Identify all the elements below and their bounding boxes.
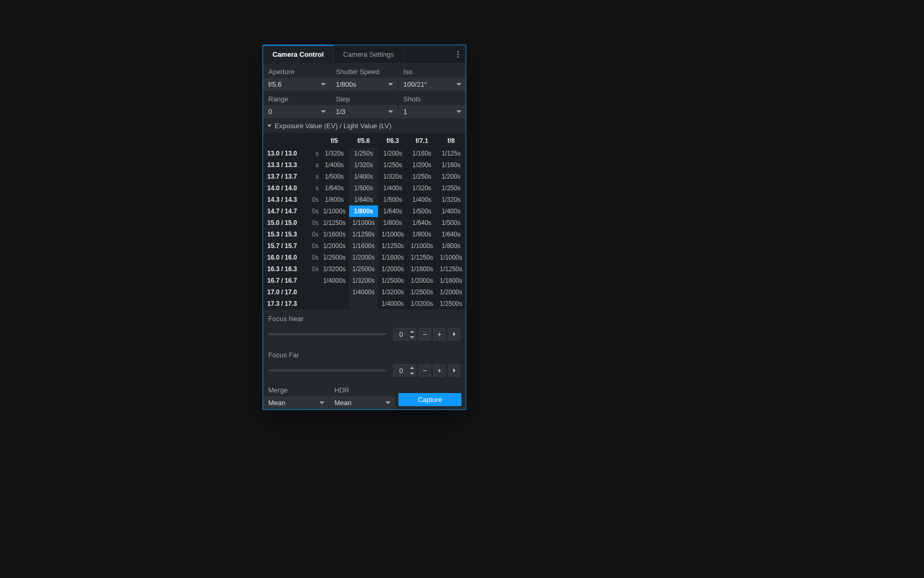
focus-far-minus-button[interactable]: − (418, 364, 431, 377)
ev-cell[interactable]: 1/320s (320, 148, 349, 159)
tab-camera-settings[interactable]: Camera Settings (334, 45, 404, 63)
ev-cell[interactable]: 1/400s (320, 159, 349, 171)
panel-menu-button[interactable] (450, 45, 466, 63)
focus-near-stepper[interactable]: 0 (393, 328, 416, 340)
ev-cell[interactable]: 1/640s (436, 229, 466, 240)
ev-cell[interactable]: 1/1600s (378, 252, 407, 263)
iso-select[interactable]: 100/21° (398, 78, 466, 91)
row-header: 13.3 / 13.3 (263, 159, 307, 171)
focus-far-stepper[interactable]: 0 (393, 364, 416, 377)
ev-cell[interactable]: 1/320s (349, 159, 379, 171)
shots-select[interactable]: 1 (398, 105, 466, 118)
ev-cell[interactable]: 1/2000s (349, 252, 379, 263)
ev-cell[interactable]: 1/3200s (378, 286, 407, 298)
ev-cell[interactable]: 1/800s (436, 240, 466, 252)
ev-cell[interactable]: 1/640s (407, 217, 437, 229)
focus-near-play-button[interactable] (448, 328, 460, 340)
ev-cell[interactable] (320, 298, 349, 309)
focus-far-play-button[interactable] (448, 364, 460, 377)
focus-near-plus-button[interactable]: + (433, 328, 446, 340)
ev-cell[interactable]: 1/160s (436, 159, 466, 171)
ev-cell[interactable]: 1/400s (349, 171, 379, 182)
ev-cell[interactable]: 1/3200s (407, 298, 437, 309)
ev-cell[interactable]: 1/2000s (407, 275, 437, 286)
ev-cell[interactable]: 1/500s (320, 171, 349, 182)
ev-cell[interactable]: 1/320s (407, 182, 437, 194)
hdr-select[interactable]: Mean (329, 396, 395, 409)
ev-cell[interactable]: 1/2500s (378, 275, 407, 286)
ev-cell[interactable]: 1/1000s (378, 229, 407, 240)
ev-cell[interactable]: 1/250s (378, 159, 407, 171)
ev-cell[interactable]: 1/1250s (436, 263, 466, 275)
iso-label: Iso (398, 64, 466, 78)
ev-cell[interactable]: 1/250s (407, 171, 437, 182)
ev-cell[interactable]: 1/200s (407, 159, 437, 171)
step-up-icon[interactable] (408, 365, 416, 370)
row-header: 13.0 / 13.0 (263, 148, 307, 159)
focus-far-plus-button[interactable]: + (433, 364, 446, 377)
ev-cell[interactable]: 1/800s (320, 194, 349, 205)
ev-cell[interactable]: 1/3200s (349, 275, 379, 286)
ev-cell[interactable]: 1/400s (407, 194, 437, 205)
ev-cell[interactable]: 1/160s (407, 148, 437, 159)
ev-cell[interactable]: 1/4000s (378, 298, 407, 309)
ev-cell[interactable]: 1/2000s (378, 263, 407, 275)
ev-cell[interactable]: 1/400s (436, 205, 466, 217)
ev-cell[interactable]: 1/1250s (407, 252, 437, 263)
capture-button[interactable]: Capture (398, 393, 461, 406)
ev-cell[interactable]: 1/1600s (436, 275, 466, 286)
ev-cell[interactable] (349, 298, 379, 309)
ev-cell[interactable]: 1/200s (378, 148, 407, 159)
aperture-select[interactable]: f/5.6 (263, 78, 331, 91)
focus-far-slider[interactable] (268, 369, 387, 371)
focus-near-slider[interactable] (268, 333, 387, 335)
ev-cell[interactable]: 1/2500s (320, 252, 349, 263)
ev-cell[interactable]: 1/2500s (436, 298, 466, 309)
ev-lv-section-toggle[interactable]: Exposure Value (EV) / Light Value (LV) (263, 118, 466, 133)
ev-cell[interactable]: 1/1000s (349, 217, 379, 229)
ev-cell[interactable]: 1/1250s (349, 229, 379, 240)
ev-cell[interactable]: 1/500s (378, 194, 407, 205)
ev-cell[interactable]: 1/200s (436, 171, 466, 182)
merge-select[interactable]: Mean (263, 396, 329, 409)
ev-cell[interactable]: 1/250s (436, 182, 466, 194)
ev-cell[interactable]: 1/1000s (407, 240, 437, 252)
range-select[interactable]: 0 (263, 105, 331, 118)
ev-cell[interactable]: 1/500s (349, 182, 379, 194)
ev-cell[interactable]: 1/1600s (349, 240, 379, 252)
ev-cell[interactable]: 1/1000s (436, 252, 466, 263)
ev-cell[interactable]: 1/800s (407, 229, 437, 240)
step-select[interactable]: 1/3 (331, 105, 398, 118)
step-down-icon[interactable] (408, 370, 416, 376)
ev-cell[interactable]: 1/2500s (349, 263, 379, 275)
ev-cell[interactable]: 1/800s (378, 217, 407, 229)
ev-cell[interactable]: 1/1600s (320, 229, 349, 240)
ev-cell[interactable]: 1/640s (349, 194, 379, 205)
ev-cell[interactable]: 1/1250s (378, 240, 407, 252)
ev-cell[interactable]: 1/2000s (436, 286, 466, 298)
ev-cell[interactable]: 1/400s (378, 182, 407, 194)
ev-cell[interactable]: 1/2000s (320, 240, 349, 252)
focus-near-minus-button[interactable]: − (418, 328, 431, 340)
shutter-select[interactable]: 1/800s (331, 78, 398, 91)
ev-cell[interactable]: 1/640s (378, 205, 407, 217)
ev-cell[interactable]: 1/4000s (320, 275, 349, 286)
ev-cell[interactable]: 1/4000s (349, 286, 379, 298)
step-down-icon[interactable] (408, 334, 416, 340)
ev-cell[interactable]: 1/800s (349, 205, 379, 217)
ev-cell[interactable]: 1/1600s (407, 263, 437, 275)
ev-cell[interactable]: 1/125s (436, 148, 466, 159)
ev-cell[interactable]: 1/1250s (320, 217, 349, 229)
ev-cell[interactable] (320, 286, 349, 298)
step-up-icon[interactable] (408, 328, 416, 334)
tab-camera-control[interactable]: Camera Control (263, 45, 334, 64)
ev-cell[interactable]: 1/1000s (320, 205, 349, 217)
ev-cell[interactable]: 1/250s (349, 148, 379, 159)
ev-cell[interactable]: 1/2500s (407, 286, 437, 298)
ev-cell[interactable]: 1/500s (407, 205, 437, 217)
ev-cell[interactable]: 1/3200s (320, 263, 349, 275)
ev-cell[interactable]: 1/320s (436, 194, 466, 205)
ev-cell[interactable]: 1/640s (320, 182, 349, 194)
ev-cell[interactable]: 1/500s (436, 217, 466, 229)
ev-cell[interactable]: 1/320s (378, 171, 407, 182)
